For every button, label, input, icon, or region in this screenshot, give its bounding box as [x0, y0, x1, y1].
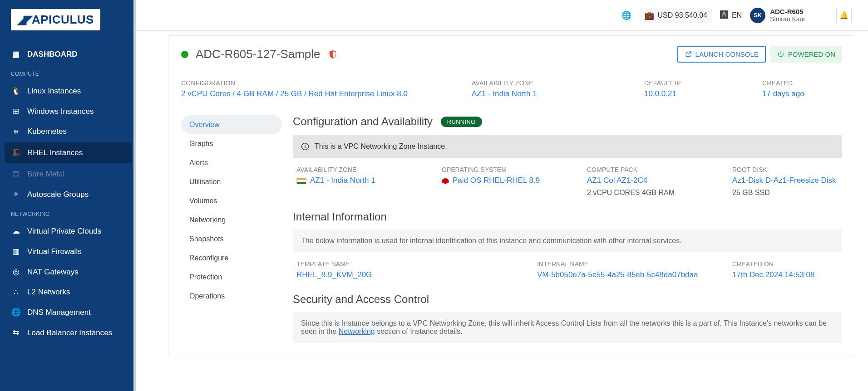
tab-protection[interactable]: Protection: [181, 268, 282, 287]
tab-volumes[interactable]: Volumes: [181, 191, 282, 210]
security-desc: Since this is Instance belongs to a VPC …: [293, 312, 842, 343]
sidebar-item-virtual-firewalls[interactable]: ▥ Virtual Firewalls: [0, 241, 136, 262]
sidebar-item-l2[interactable]: ⛬ L2 Networks: [0, 282, 136, 302]
redhat-icon: [442, 178, 449, 184]
power-state-button[interactable]: POWERED ON: [770, 46, 842, 63]
summary-label: DEFAULT IP: [644, 79, 762, 87]
globe-icon[interactable]: 🌐: [621, 10, 631, 20]
summary-label: CREATED: [762, 79, 842, 87]
sidebar-item-linux[interactable]: 🐧 Linux Instances: [0, 81, 136, 101]
sidebar-item-rhel[interactable]: 🎩 RHEL Instances: [5, 142, 132, 163]
vpc-notice: This is a VPC Networking Zone Instance.: [293, 135, 842, 158]
sidebar-item-label: Virtual Firewalls: [27, 247, 82, 256]
user-menu[interactable]: SK ADC-R605 Simran Kaur: [750, 8, 805, 23]
sidebar-item-nat[interactable]: ◎ NAT Gateways: [0, 262, 136, 282]
sidebar-item-label: Kubernetes: [27, 127, 67, 136]
sidebar-item-label: DNS Management: [27, 308, 91, 317]
tab-reconfigure[interactable]: Reconfigure: [181, 249, 282, 268]
sidebar-item-vpc[interactable]: ☁ Virtual Private Clouds: [0, 221, 136, 241]
sidebar: APICULUS ▦ DASHBOARD COMPUTE 🐧 Linux Ins…: [0, 0, 136, 391]
sidebar-item-label: Bare Metal: [27, 170, 64, 179]
created-link[interactable]: 17 days ago: [762, 89, 842, 98]
loadbalancer-icon: ⇆: [11, 328, 21, 337]
tab-operations[interactable]: Operations: [181, 287, 282, 306]
topbar: 🌐 💼 USD 93,540.04 🅰 EN SK ADC-R605 Simra…: [136, 0, 868, 31]
field-label: TEMPLATE NAME: [296, 260, 528, 268]
balance-value: USD 93,540.04: [658, 11, 707, 20]
sidebar-item-label: RHEL Instances: [27, 148, 83, 157]
sidebar-item-label: L2 Networks: [27, 288, 70, 297]
globe-icon: 🌐: [11, 308, 21, 317]
account-id: ADC-R605: [770, 8, 805, 15]
avatar: SK: [750, 8, 765, 23]
field-label: CREATED ON: [732, 260, 838, 268]
field-label: COMPUTE PACK: [587, 166, 723, 173]
sidebar-item-label: Load Balancer Instances: [27, 328, 112, 337]
tabs: Overview Graphs Alerts Utilisation Volum…: [181, 115, 282, 343]
info-icon: [301, 142, 309, 151]
language-switcher[interactable]: 🅰 EN: [720, 10, 742, 20]
default-ip-link[interactable]: 10.0.0.21: [644, 89, 762, 98]
sidebar-item-load-balancer[interactable]: ⇆ Load Balancer Instances: [0, 323, 136, 343]
networking-link[interactable]: Networking: [339, 327, 375, 335]
translate-icon: 🅰: [720, 10, 728, 20]
kubernetes-icon: ⎈: [11, 127, 21, 136]
os-value[interactable]: Paid OS RHEL-RHEL 8.9: [442, 176, 578, 185]
language-value: EN: [732, 11, 742, 20]
tab-networking[interactable]: Networking: [181, 210, 282, 230]
sidebar-item-windows[interactable]: ⊞ Windows Instances: [0, 101, 136, 122]
tab-snapshots[interactable]: Snapshots: [181, 230, 282, 249]
tab-overview[interactable]: Overview: [181, 115, 282, 134]
section-title: Configuration and Availability: [293, 115, 433, 128]
sidebar-item-baremetal[interactable]: ▤ Bare Metal: [0, 164, 136, 184]
tab-graphs[interactable]: Graphs: [181, 134, 282, 153]
availability-zone-value[interactable]: AZ1 - India North 1: [296, 176, 433, 185]
root-disk-value[interactable]: Az1-Disk D-Az1-Freesize Disk: [732, 176, 838, 185]
compute-pack-sub: 2 vCPU CORES 4GB RAM: [587, 189, 723, 197]
external-link-icon: [685, 51, 692, 58]
created-on-value[interactable]: 17th Dec 2024 14:53:08: [732, 270, 838, 279]
internal-name-value[interactable]: VM-5b050e7a-5c55-4a25-85eb-5c48da07bdaa: [537, 270, 723, 279]
compute-pack-value[interactable]: AZ1 Col AZ1-2C4: [587, 176, 723, 185]
sidebar-item-label: NAT Gateways: [27, 268, 79, 277]
field-label: OPERATING SYSTEM: [442, 166, 578, 173]
sidebar-item-label: DASHBOARD: [27, 50, 78, 59]
section-title: Security and Access Control: [293, 293, 842, 306]
sidebar-item-kubernetes[interactable]: ⎈ Kubernetes: [0, 122, 136, 142]
tab-utilisation[interactable]: Utilisation: [181, 172, 282, 191]
configuration-link[interactable]: 2 vCPU Cores / 4 GB RAM / 25 GB / Red Ha…: [181, 89, 472, 98]
sidebar-item-dashboard[interactable]: ▦ DASHBOARD: [0, 44, 136, 64]
sidebar-item-label: Autoscale Groups: [27, 190, 89, 199]
instance-card: ADC-R605-127-Sample LAUNCH CONSOLE: [168, 35, 855, 356]
brand-logo[interactable]: APICULUS: [11, 9, 100, 30]
rhel-icon: 🎩: [11, 148, 21, 157]
summary-label: AVAILABILITY ZONE: [472, 79, 644, 87]
launch-console-button[interactable]: LAUNCH CONSOLE: [677, 46, 766, 63]
field-label: AVAILABILITY ZONE: [296, 166, 433, 173]
summary-label: CONFIGURATION: [181, 79, 472, 87]
balance-chip[interactable]: 💼 USD 93,540.04: [640, 8, 712, 23]
firewall-icon: ▥: [11, 247, 21, 256]
instance-name: ADC-R605-127-Sample: [196, 47, 321, 61]
user-name: Simran Kaur: [770, 15, 805, 23]
tab-alerts[interactable]: Alerts: [181, 153, 282, 172]
button-label: LAUNCH CONSOLE: [695, 50, 759, 58]
status-dot-icon: [181, 51, 188, 58]
sidebar-section-networking: NETWORKING: [0, 205, 136, 221]
template-name-value[interactable]: RHEL_8.9_KVM_20G: [296, 270, 528, 279]
india-flag-icon: [296, 178, 306, 184]
sidebar-item-dns[interactable]: 🌐 DNS Management: [0, 302, 136, 323]
cloud-icon: ☁: [11, 226, 21, 236]
svg-point-1: [305, 145, 306, 146]
wallet-icon: 💼: [644, 10, 654, 20]
nat-icon: ◎: [11, 267, 21, 277]
notifications-button[interactable]: 🔔: [836, 8, 852, 23]
sidebar-item-autoscale[interactable]: ✧ Autoscale Groups: [0, 184, 136, 205]
button-label: POWERED ON: [788, 50, 835, 58]
sidebar-item-label: Virtual Private Clouds: [27, 227, 101, 236]
bell-icon: 🔔: [839, 11, 848, 20]
svg-rect-2: [305, 146, 306, 148]
shield-icon: [328, 49, 338, 59]
availability-zone-link[interactable]: AZ1 - India North 1: [472, 89, 644, 98]
dashboard-icon: ▦: [11, 49, 21, 59]
